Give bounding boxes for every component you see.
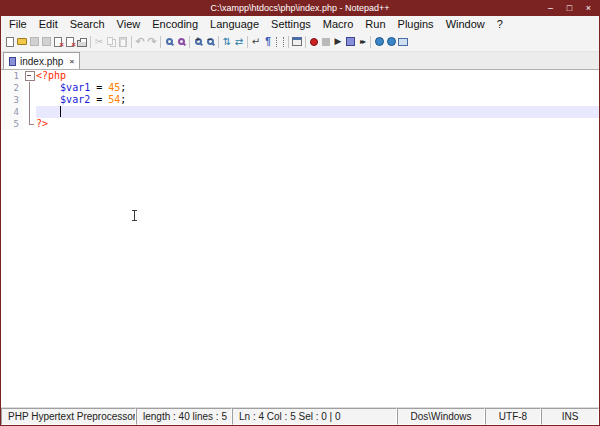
print-glyph [77, 40, 87, 47]
line-number[interactable]: 3 [1, 94, 23, 106]
mouse-cursor-i-beam [134, 210, 135, 221]
open-file-glyph [17, 38, 27, 45]
zoom-in-icon[interactable] [192, 33, 204, 50]
record-macro-glyph [310, 38, 318, 46]
tab-index-php[interactable]: index.php × [3, 52, 80, 69]
code-text[interactable]: <?php [36, 70, 599, 82]
toolbar-separator [90, 36, 91, 48]
new-file-icon[interactable] [4, 33, 16, 50]
copy-glyph [107, 37, 113, 45]
show-all-characters-icon[interactable]: ¶ [262, 33, 274, 50]
token-number: 54 [108, 94, 120, 105]
token-plain [36, 94, 60, 105]
code-line-3[interactable]: 3 $var2 = 54; [1, 94, 599, 106]
code-line-2[interactable]: 2 $var1 = 45; [1, 82, 599, 94]
menu-file[interactable]: File [3, 16, 33, 32]
line-number[interactable]: 4 [1, 106, 23, 118]
tab-close-icon[interactable]: × [67, 57, 74, 66]
fold-margin [23, 106, 36, 118]
menu-run[interactable]: Run [359, 16, 391, 32]
close-all-glyph [66, 37, 74, 47]
code-line-4[interactable]: 4 [1, 106, 599, 118]
status-encoding[interactable]: UTF-8 [485, 408, 541, 425]
menu-search[interactable]: Search [64, 16, 111, 32]
line-number[interactable]: 2 [1, 82, 23, 94]
code-text[interactable] [36, 106, 599, 118]
paste-icon [117, 33, 129, 50]
fold-margin [23, 94, 36, 106]
menu-settings[interactable]: Settings [265, 16, 317, 32]
close-glyph [54, 37, 62, 47]
zoom-in-glyph [195, 38, 202, 45]
copy-icon [105, 33, 117, 50]
menu-help[interactable]: ? [491, 16, 509, 32]
save-recorded-macro-icon[interactable] [344, 33, 356, 50]
toolbar-separator [370, 36, 371, 48]
status-doc-type: PHP Hypertext Preprocessor file [1, 408, 136, 425]
replace-icon[interactable] [175, 33, 187, 50]
fold-collapse-icon[interactable] [23, 70, 36, 82]
zoom-out-glyph [207, 38, 214, 45]
toolbar-separator [247, 36, 248, 48]
close-icon[interactable] [52, 33, 64, 50]
editor-area[interactable]: 1<?php2 $var1 = 45;3 $var2 = 54;4 5?> [1, 70, 599, 407]
menu-window[interactable]: Window [440, 16, 491, 32]
text-caret [60, 106, 61, 117]
zoom-out-icon[interactable] [204, 33, 216, 50]
token-variable: $var2 [60, 94, 90, 105]
menu-macro[interactable]: Macro [317, 16, 360, 32]
sync-vertical-scroll-glyph: ⇅ [223, 37, 231, 47]
toolbar-separator [288, 36, 289, 48]
user-defined-dialog-icon[interactable] [291, 33, 303, 50]
sync-horizontal-scroll-icon[interactable]: ⇄ [233, 33, 245, 50]
menu-language[interactable]: Language [204, 16, 265, 32]
code-text[interactable]: $var1 = 45; [36, 82, 599, 94]
close-all-icon[interactable] [64, 33, 76, 50]
code-text[interactable]: $var2 = 54; [36, 94, 599, 106]
menu-plugins[interactable]: Plugins [392, 16, 440, 32]
word-wrap-glyph: ↵ [252, 37, 260, 47]
open-file-icon[interactable] [16, 33, 28, 50]
window-controls: – □ × [541, 1, 598, 16]
line-number[interactable]: 1 [1, 70, 23, 82]
show-indent-guide-icon[interactable] [274, 33, 286, 50]
find-icon[interactable] [163, 33, 175, 50]
cut-glyph: ✂ [95, 37, 103, 47]
playback-macro-glyph: ▶ [335, 37, 342, 46]
plugin-function-list-icon[interactable] [397, 33, 409, 50]
status-bar: PHP Hypertext Preprocessor file length :… [1, 407, 599, 425]
status-eol-format[interactable]: Dos\Windows [397, 408, 485, 425]
status-insert-mode[interactable]: INS [541, 408, 599, 425]
plugin-doc-monitor-icon[interactable] [373, 33, 385, 50]
cut-icon: ✂ [93, 33, 105, 50]
replace-glyph [178, 38, 185, 45]
sync-vertical-scroll-icon[interactable]: ⇅ [221, 33, 233, 50]
line-number[interactable]: 5 [1, 118, 23, 130]
code-line-5[interactable]: 5?> [1, 118, 599, 130]
code-line-1[interactable]: 1<?php [1, 70, 599, 82]
window-title: C:\xampp\htdocs\php\index.php - Notepad+… [1, 1, 599, 16]
record-macro-icon[interactable] [308, 33, 320, 50]
saved-document-icon [9, 57, 16, 66]
plugin-doc-map-icon[interactable] [385, 33, 397, 50]
show-indent-guide-glyph [276, 37, 284, 47]
close-icon[interactable]: × [579, 1, 598, 16]
stop-recording-icon [320, 33, 332, 50]
menu-edit[interactable]: Edit [33, 16, 64, 32]
minimize-icon[interactable]: – [541, 1, 560, 16]
menu-view[interactable]: View [111, 16, 147, 32]
maximize-icon[interactable]: □ [560, 1, 579, 16]
plugin-doc-monitor-glyph [375, 37, 384, 46]
print-icon[interactable] [76, 33, 88, 50]
title-bar[interactable]: C:\xampp\htdocs\php\index.php - Notepad+… [1, 1, 599, 16]
save-icon [28, 33, 40, 50]
menu-encoding[interactable]: Encoding [146, 16, 204, 32]
run-macro-multiple-icon[interactable]: ▸▸ [356, 33, 368, 50]
show-all-characters-glyph: ¶ [265, 37, 271, 47]
playback-macro-icon[interactable]: ▶ [332, 33, 344, 50]
code-text[interactable]: ?> [36, 118, 599, 130]
user-defined-dialog-glyph [292, 37, 302, 46]
word-wrap-icon[interactable]: ↵ [250, 33, 262, 50]
toolbar-separator [131, 36, 132, 48]
sync-horizontal-scroll-glyph: ⇄ [235, 37, 243, 47]
